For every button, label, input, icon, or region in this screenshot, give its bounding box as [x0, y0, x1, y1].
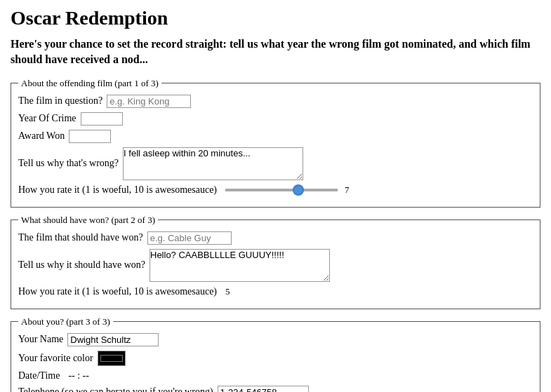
year-label: Year Of Crime [18, 113, 77, 124]
why-textarea[interactable]: I fell asleep within 20 minutes... [123, 147, 303, 180]
section1-legend: About the offending film (part 1 of 3) [18, 78, 161, 89]
film-input[interactable] [107, 95, 191, 108]
winner-film-row: The film that should have won? [18, 231, 533, 245]
why-row: Tell us why that's wrong? I fell asleep … [18, 147, 533, 180]
datetime-row: Date/Time -- : -- [18, 370, 533, 381]
section2-legend: What should have won? (part 2 of 3) [18, 215, 158, 226]
winner-rating-value: 5 [225, 286, 230, 297]
rating-label: How you rate it (1 is woeful, 10 is awes… [18, 184, 217, 196]
section3-fieldset: About you? (part 3 of 3) Your Name Your … [11, 316, 540, 392]
page-title: Oscar Redemption [11, 7, 540, 29]
page-subtitle: Here's your chance to set the record str… [11, 36, 540, 68]
why-label: Tell us why that's wrong? [18, 158, 119, 169]
rating-row: How you rate it (1 is woeful, 10 is awes… [18, 184, 533, 196]
rating-value: 7 [345, 184, 350, 196]
winner-film-label: The film that should have won? [18, 232, 143, 243]
film-label: The film in question? [18, 95, 102, 107]
tel-label: Telephone (so we can berate you if you'r… [18, 386, 213, 392]
name-label: Your Name [18, 334, 63, 345]
winner-why-row: Tell us why it should have won? Hello? C… [18, 249, 533, 282]
rating-slider[interactable] [225, 189, 338, 191]
film-row: The film in question? [18, 95, 533, 108]
section3-legend: About you? (part 3 of 3) [18, 316, 113, 327]
winner-film-input[interactable] [147, 231, 232, 245]
color-input[interactable] [98, 351, 126, 366]
year-row: Year Of Crime [18, 112, 533, 126]
tel-row: Telephone (so we can berate you if you'r… [18, 386, 533, 392]
award-row: Award Won [18, 130, 533, 143]
award-label: Award Won [18, 130, 65, 142]
name-row: Your Name [18, 333, 533, 346]
winner-rating-row: How you rate it (1 is woeful, 10 is awes… [18, 286, 533, 297]
color-label: Your favorite color [18, 353, 93, 364]
name-input[interactable] [67, 333, 159, 346]
year-input[interactable] [81, 112, 123, 126]
datetime-display: -- : -- [68, 370, 89, 381]
datetime-label: Date/Time [18, 370, 60, 381]
winner-why-label: Tell us why it should have won? [18, 259, 145, 271]
color-row: Your favorite color [18, 351, 533, 366]
winner-why-textarea[interactable]: Hello? CAABBLLLLE GUUUY!!!!! [150, 249, 330, 282]
award-input[interactable] [69, 130, 111, 143]
section1-fieldset: About the offending film (part 1 of 3) T… [11, 78, 540, 208]
tel-input[interactable] [218, 386, 309, 392]
section2-fieldset: What should have won? (part 2 of 3) The … [11, 215, 540, 309]
winner-rating-label: How you rate it (1 is woeful, 10 is awes… [18, 286, 217, 297]
